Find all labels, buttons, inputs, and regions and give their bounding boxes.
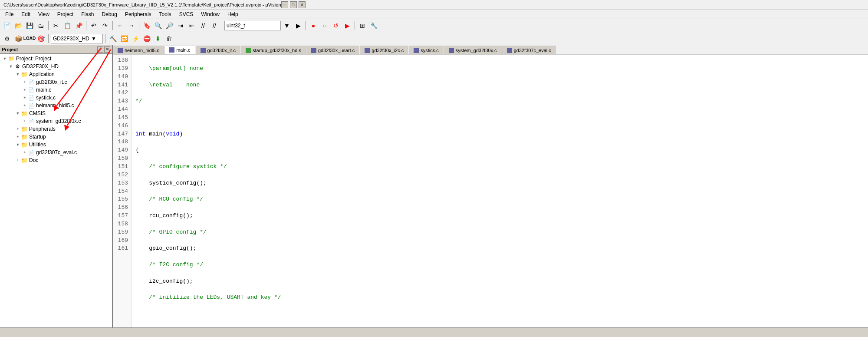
tree-group-peripherals[interactable]: + 📁 Peripherals: [0, 125, 112, 133]
tree-root-project[interactable]: ▼ 📁 Project: Project: [0, 55, 112, 63]
unindent-button[interactable]: ⇤: [187, 20, 197, 31]
tree-file-label-main: main.c: [36, 87, 51, 93]
stop-debug-button[interactable]: ○: [319, 20, 330, 31]
save-button[interactable]: 💾: [24, 20, 35, 31]
separator3: [112, 21, 113, 30]
comment-button[interactable]: //: [198, 20, 208, 31]
application-folder-icon: 📁: [21, 71, 28, 78]
tree-group-application[interactable]: ▼ 📁 Application: [0, 70, 112, 78]
search-go-button[interactable]: ▶: [293, 20, 303, 31]
redo-button[interactable]: ↷: [100, 20, 110, 31]
tab-label-gd32f30x_it: gd32f30x_it.c: [207, 48, 236, 53]
start-debug-button[interactable]: ●: [308, 20, 319, 31]
run-button[interactable]: ▶: [342, 20, 352, 31]
menu-window[interactable]: Window: [197, 10, 223, 18]
tab-startup[interactable]: startup_gd32f30x_hd.s: [241, 46, 306, 54]
tree-file-gd32f307c_eval[interactable]: + 📄 gd32f307c_eval.c: [0, 149, 112, 156]
tab-systick[interactable]: systick.c: [409, 46, 444, 54]
tree-group-startup[interactable]: + 📁 Startup: [0, 133, 112, 141]
find-button[interactable]: 🔍: [153, 20, 163, 31]
cut-button[interactable]: ✂: [51, 20, 61, 31]
manage-components-button[interactable]: 📦: [13, 33, 23, 44]
code-editor[interactable]: 138 139 140 141 142 143 144 145 146 147 …: [113, 55, 868, 327]
tree-target[interactable]: ▼ ⚙ GD32F30X_HD: [0, 63, 112, 70]
menu-view[interactable]: View: [35, 10, 53, 18]
rebuild-button[interactable]: 🔁: [119, 33, 129, 44]
indent-button[interactable]: ⇥: [175, 20, 186, 31]
file-icon-systick: 📄: [28, 94, 35, 101]
build-button[interactable]: 🔨: [108, 33, 118, 44]
menu-edit[interactable]: Edit: [18, 10, 34, 18]
new-file-button[interactable]: 📄: [2, 20, 12, 31]
bookmark-button[interactable]: 🔖: [141, 20, 152, 31]
tab-icon-i2c: [365, 48, 370, 53]
tab-usart[interactable]: gd32f30x_usart.c: [306, 46, 359, 54]
tree-file-eval-expand: +: [22, 149, 28, 155]
target-wizard-button[interactable]: 🎯: [36, 33, 46, 44]
line-numbers: 138 139 140 141 142 143 144 145 146 147 …: [113, 55, 132, 327]
menu-debug[interactable]: Debug: [99, 10, 121, 18]
tree-file-systick[interactable]: + 📄 systick.c: [0, 94, 112, 102]
paste-button[interactable]: 📌: [73, 20, 84, 31]
maximize-button[interactable]: □: [290, 1, 297, 8]
close-button[interactable]: ✕: [299, 1, 306, 8]
tab-heimann_hidl5[interactable]: heimann_hidl5.c: [113, 46, 164, 54]
panel-pin-button[interactable]: 📌: [97, 46, 103, 53]
save-all-button[interactable]: 🗂: [36, 20, 46, 31]
tree-group-cmsis[interactable]: ▼ 📁 CMSIS: [0, 109, 112, 117]
menu-file[interactable]: File: [2, 10, 17, 18]
copy-button[interactable]: 📋: [62, 20, 72, 31]
file-icon-main: 📄: [28, 86, 35, 93]
tab-i2c[interactable]: gd32f30x_i2c.c: [360, 46, 408, 54]
panel-close-button[interactable]: ✕: [104, 46, 110, 53]
tab-main[interactable]: main.c: [164, 46, 195, 54]
menu-bar: File Edit View Project Flash Debug Perip…: [0, 10, 868, 19]
project-panel: Project 📌 ✕ ▼ 📁 Project: Project ▼ ⚙ GD: [0, 45, 113, 327]
search-dropdown-button[interactable]: ▼: [282, 20, 292, 31]
target-selector[interactable]: GD32F30X_HD ▼: [51, 34, 103, 43]
tree-file-system_gd32f30x[interactable]: + 📄 system_gd32f30x.c: [0, 117, 112, 125]
undo-button[interactable]: ↶: [89, 20, 99, 31]
nav-back-button[interactable]: ←: [115, 20, 125, 31]
target-options-button[interactable]: ⚙: [2, 33, 12, 44]
tree-group-utilities[interactable]: ▼ 📁 Utilities: [0, 141, 112, 149]
separator8: [48, 34, 49, 43]
tab-system_gd32f30x[interactable]: system_gd32f30x.c: [444, 46, 502, 54]
tab-label-startup: startup_gd32f30x_hd.s: [253, 48, 301, 53]
project-tree: ▼ 📁 Project: Project ▼ ⚙ GD32F30X_HD ▼ 📁…: [0, 54, 112, 327]
code-content[interactable]: \param[out] none \retval none */ int mai…: [132, 55, 868, 327]
stop-build-button[interactable]: ⛔: [141, 33, 152, 44]
window-layout-button[interactable]: ⊞: [357, 20, 368, 31]
tab-gd32f307c_eval[interactable]: gd32f307c_eval.c: [502, 46, 556, 54]
open-file-button[interactable]: 📂: [13, 20, 23, 31]
menu-svcs[interactable]: SVCS: [176, 10, 197, 18]
menu-flash[interactable]: Flash: [78, 10, 97, 18]
batch-build-button[interactable]: ⚡: [130, 33, 141, 44]
tree-file-heimann[interactable]: + 📄 heimann_hidl5.c: [0, 102, 112, 109]
tree-file-main[interactable]: + 📄 main.c: [0, 86, 112, 94]
tree-file-label-systick: systick.c: [36, 95, 56, 101]
tree-file-label-eval: gd32f307c_eval.c: [36, 149, 77, 155]
separator7: [355, 21, 355, 30]
tab-gd32f30x_it[interactable]: gd32f30x_it.c: [196, 46, 240, 54]
reset-button[interactable]: ↺: [331, 20, 341, 31]
menu-project[interactable]: Project: [54, 10, 77, 18]
tree-group-doc[interactable]: + 📁 Doc: [0, 156, 112, 164]
tree-cmsis-label: CMSIS: [29, 110, 46, 116]
menu-peripherals[interactable]: Peripherals: [122, 10, 155, 18]
menu-help[interactable]: Help: [224, 10, 242, 18]
find2-button[interactable]: 🔎: [164, 20, 174, 31]
load-button[interactable]: LOAD: [24, 33, 35, 44]
menu-tools[interactable]: Tools: [156, 10, 175, 18]
download-button[interactable]: ⬇: [153, 33, 163, 44]
tree-utilities-label: Utilities: [29, 142, 46, 148]
minimize-button[interactable]: −: [281, 1, 288, 8]
config-button[interactable]: 🔧: [368, 20, 379, 31]
tree-file-gd32f30x_it[interactable]: + 📄 gd32f30x_it.c: [0, 78, 112, 86]
search-input[interactable]: [224, 21, 281, 30]
erase-button[interactable]: 🗑: [164, 33, 174, 44]
uncomment-button[interactable]: //: [209, 20, 220, 31]
separator6: [306, 21, 306, 30]
separator1: [48, 21, 49, 30]
nav-forward-button[interactable]: →: [126, 20, 137, 31]
